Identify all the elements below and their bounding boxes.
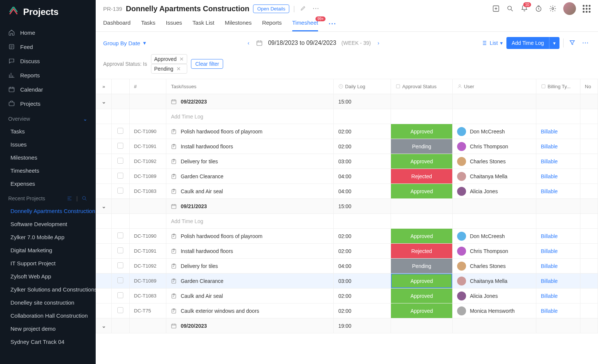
filter-icon[interactable] [567, 38, 577, 49]
overview-item-issues[interactable]: Issues [0, 138, 96, 151]
recent-project-item[interactable]: Digital Marketing [0, 244, 96, 257]
more-icon[interactable]: ··· [311, 4, 321, 13]
table-row[interactable]: DC-T1090Polish hardwood floors of playro… [96, 229, 598, 244]
billing-type[interactable]: Billable [541, 144, 558, 149]
user-avatar[interactable] [563, 2, 576, 15]
tab-tasks[interactable]: Tasks [141, 19, 155, 31]
recent-project-item[interactable]: IT Support Project [0, 257, 96, 270]
prev-week-button[interactable]: ‹ [246, 38, 251, 47]
add-time-log-row[interactable]: Add Time Log [96, 109, 598, 124]
nav-projects[interactable]: Projects [0, 96, 96, 111]
billing-type[interactable]: Billable [541, 188, 558, 194]
overview-label[interactable]: Overview [8, 116, 30, 122]
gear-icon[interactable] [549, 5, 557, 12]
edit-icon[interactable] [299, 4, 308, 14]
group-by-dropdown[interactable]: Group By Date ▾ [103, 40, 146, 46]
overview-item-timesheets[interactable]: Timesheets [0, 164, 96, 177]
row-checkbox[interactable] [117, 292, 123, 298]
nav-reports[interactable]: Reports [0, 68, 96, 82]
nav-calendar[interactable]: Calendar [0, 82, 96, 96]
table-row[interactable]: DC-T1090Polish hardwood floors of playro… [96, 124, 598, 139]
add-time-log-button[interactable]: Add Time Log [506, 37, 549, 49]
add-time-log-row[interactable]: Add Time Log [96, 214, 598, 229]
table-row[interactable]: DC-T1089Garden Clearance03:00ApprovedCha… [96, 274, 598, 289]
table-row[interactable]: DC-T1092Delivery for tiles04:00PendingCh… [96, 259, 598, 274]
row-checkbox[interactable] [117, 188, 123, 194]
col-task[interactable]: Task/Issues [166, 79, 334, 94]
table-row[interactable]: DC-T75Caulk exterior windows and doors02… [96, 303, 598, 318]
expand-all-button[interactable]: » [102, 84, 105, 89]
col-user[interactable]: User [453, 79, 536, 94]
col-status[interactable]: Approval Status [391, 79, 453, 94]
chevron-down-icon[interactable]: ⌄ [83, 116, 87, 122]
overview-item-tasks[interactable]: Tasks [0, 125, 96, 138]
row-checkbox[interactable] [117, 128, 123, 134]
billing-type[interactable]: Billable [541, 173, 558, 179]
row-checkbox[interactable] [117, 143, 123, 149]
billing-type[interactable]: Billable [541, 248, 558, 254]
tabs-more-icon[interactable]: ··· [329, 19, 336, 31]
recent-project-item[interactable]: Donelley site construction [0, 296, 96, 309]
billing-type[interactable]: Billable [541, 278, 558, 284]
search-icon[interactable] [81, 195, 87, 201]
tab-timesheet[interactable]: Timesheet99+ [292, 19, 318, 31]
collapse-group-button[interactable]: ⌄ [102, 323, 106, 329]
recent-project-item[interactable]: Software Development [0, 218, 96, 231]
search-icon[interactable] [506, 5, 514, 12]
overview-item-expenses[interactable]: Expenses [0, 177, 96, 190]
table-row[interactable]: DC-T1091Install hardwood floors02:00Pend… [96, 139, 598, 154]
table-row[interactable]: DC-T1089Garden Clearance04:00RejectedCha… [96, 169, 598, 184]
remove-chip-icon[interactable]: ✕ [176, 66, 181, 72]
col-note[interactable]: No [580, 79, 598, 94]
remove-chip-icon[interactable]: ✕ [179, 56, 184, 62]
row-checkbox[interactable] [117, 277, 123, 283]
table-row[interactable]: DC-T1083Caulk and Air seal04:00ApprovedA… [96, 184, 598, 199]
table-row[interactable]: DC-T1083Caulk and Air seal02:00ApprovedA… [96, 289, 598, 303]
tab-issues[interactable]: Issues [166, 19, 182, 31]
nav-home[interactable]: Home [0, 25, 96, 40]
row-checkbox[interactable] [117, 158, 123, 164]
billing-type[interactable]: Billable [541, 293, 558, 299]
tab-dashboard[interactable]: Dashboard [103, 19, 130, 31]
row-checkbox[interactable] [117, 247, 123, 253]
billing-type[interactable]: Billable [541, 308, 558, 314]
collapse-group-button[interactable]: ⌄ [102, 203, 106, 209]
app-launcher-icon[interactable] [583, 5, 591, 13]
recent-project-item[interactable]: Zylker 7.0 Mobile App [0, 231, 96, 244]
table-row[interactable]: DC-T1092Delivery for tiles03:00ApprovedC… [96, 154, 598, 169]
recent-project-item[interactable]: Sydney Cart Track 04 [0, 335, 96, 348]
toolbar-more-icon[interactable]: ··· [581, 38, 591, 47]
recent-project-item[interactable]: Donnelly Apartments Construction [0, 204, 96, 218]
open-details-button[interactable]: Open Details [253, 4, 289, 13]
add-time-log-split-button[interactable]: ▾ [549, 37, 560, 49]
row-checkbox[interactable] [117, 307, 123, 313]
tab-task-list[interactable]: Task List [192, 19, 214, 31]
settings-icon[interactable] [67, 195, 73, 201]
billing-type[interactable]: Billable [541, 129, 558, 135]
timer-icon[interactable] [535, 5, 542, 12]
col-id[interactable]: # [129, 79, 166, 94]
clear-filter-button[interactable]: Clear filter [191, 59, 223, 69]
col-daily[interactable]: Daily Log [334, 79, 391, 94]
row-checkbox[interactable] [117, 173, 123, 179]
next-week-button[interactable]: › [376, 38, 381, 47]
recent-project-item[interactable]: Collaboration Hall Construction [0, 309, 96, 322]
tab-milestones[interactable]: Milestones [225, 19, 252, 31]
row-checkbox[interactable] [117, 232, 123, 238]
billing-type[interactable]: Billable [541, 233, 558, 239]
calendar-icon[interactable] [256, 40, 263, 46]
collapse-group-button[interactable]: ⌄ [102, 99, 106, 105]
view-toggle[interactable]: List ▾ [481, 40, 503, 46]
add-icon[interactable] [492, 5, 500, 12]
nav-feed[interactable]: Feed [0, 40, 96, 54]
table-row[interactable]: DC-T1091Install hardwood floors02:00Reje… [96, 244, 598, 259]
billing-type[interactable]: Billable [541, 263, 558, 269]
recent-project-item[interactable]: New project demo [0, 322, 96, 335]
overview-item-milestones[interactable]: Milestones [0, 151, 96, 164]
nav-discuss[interactable]: Discuss [0, 54, 96, 68]
recent-project-item[interactable]: Zylsoft Web App [0, 270, 96, 283]
recent-project-item[interactable]: Zylker Solutions and Constructions [0, 283, 96, 296]
row-checkbox[interactable] [117, 262, 123, 268]
col-billing[interactable]: Billing Ty... [536, 79, 580, 94]
tab-reports[interactable]: Reports [262, 19, 282, 31]
